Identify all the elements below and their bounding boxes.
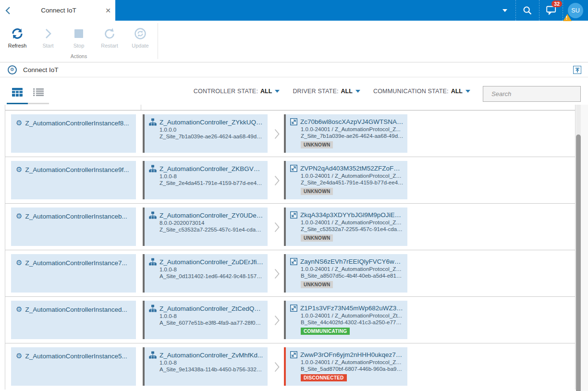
- scrollbar-thumb[interactable]: [576, 134, 581, 391]
- driver-version-protocol: 1.0.0-24001 / Z_AutomationProtocol_Zb...: [301, 359, 404, 365]
- chevron-right-icon: [274, 315, 280, 326]
- restart-button[interactable]: Restart: [94, 26, 125, 49]
- chevron-right-icon: [274, 222, 280, 232]
- driver-site: B_Site_44c402fd-4302-41c3-a250-e77ab7...: [301, 319, 404, 325]
- driver-site: B_Site_5ad870bf-6807-446b-960a-ba9f76...: [301, 366, 404, 372]
- driver-card[interactable]: ZaynNS6zEVh7rEEIQlyFVCY6wvgu... 1.0.0-24…: [284, 254, 407, 293]
- controller-card[interactable]: Z_AutomationController_ZYkkUQL... 1.0.0.…: [143, 114, 268, 153]
- exchange-icon: [290, 118, 297, 125]
- controller-name: Z_AutomationController_ZvMhfKd...: [159, 352, 263, 359]
- stop-button[interactable]: Stop: [63, 26, 94, 49]
- controller-card[interactable]: Z_AutomationController_ZvMhfKd... 1.0.0-…: [143, 347, 268, 386]
- instance-card[interactable]: ⚙ Z_AutomationControllerInstance5...: [11, 347, 136, 386]
- communication-state-badge: UNKNOWN: [301, 234, 333, 242]
- chevron-right-icon: [274, 269, 280, 279]
- refresh-button[interactable]: Refresh: [2, 26, 33, 49]
- update-icon: [125, 26, 156, 41]
- chevron-down-icon: [466, 90, 470, 93]
- tab-connect-iot[interactable]: Connect IoT ×: [0, 0, 115, 21]
- driver-version-protocol: 1.0.0-24001 / Z_AutomationProtocol_Zyl..…: [301, 220, 404, 225]
- expand-row-button[interactable]: [270, 297, 283, 343]
- table-row: ⚙ Z_AutomationControllerInstance7... Z_A…: [5, 250, 575, 297]
- search-input[interactable]: [491, 90, 576, 98]
- gear-icon: ⚙: [16, 166, 22, 173]
- controller-version: 1.0.0-8: [159, 313, 264, 319]
- sitemap-icon: [149, 258, 157, 266]
- exchange-icon: [290, 305, 297, 312]
- driver-card[interactable]: Zc70b6wl8oscXAzpVJ4GWTSNAB6uj 1.0.0-2400…: [284, 114, 407, 153]
- communication-state-badge: COMMUNICATING: [301, 328, 350, 335]
- expand-row-button[interactable]: [270, 110, 283, 157]
- vertical-scrollbar[interactable]: [576, 105, 581, 391]
- filter-bar: CONTROLLER STATE: ALL DRIVER STATE: ALL …: [0, 77, 588, 105]
- driver-site: Z_Site_7b1a039e-ae26-4624-aa68-49de0...: [301, 133, 404, 139]
- communication-state-badge: UNKNOWN: [301, 188, 333, 195]
- connect-iot-icon: ⚙: [8, 65, 17, 74]
- instance-card[interactable]: ⚙ Z_AutomationControllerInstanced...: [11, 301, 136, 339]
- driver-name: ZkqA334p3XDYYbJGl9M9pOJiENFYN: [300, 211, 404, 219]
- back-button[interactable]: [0, 0, 16, 21]
- controller-site: A_Site_0d131402-1ed6-4642-9c48-15784...: [159, 273, 264, 279]
- controller-card[interactable]: Z_AutomationController_ZY0UDe1... 8.0.0-…: [143, 208, 268, 246]
- instance-card[interactable]: ⚙ Z_AutomationControllerInstance7...: [11, 254, 136, 293]
- right-gutter: [581, 105, 588, 391]
- instance-card[interactable]: ⚙ Z_AutomationControllerInstance9f...: [11, 161, 136, 199]
- controller-card[interactable]: Z_AutomationController_ZtCedQO... 1.0.0-…: [143, 301, 268, 339]
- driver-name: Z1P1s3VFz73N45mWp682uWZ39...: [300, 305, 404, 312]
- grid-view-toggle[interactable]: [7, 88, 28, 104]
- gear-icon: ⚙: [16, 213, 22, 220]
- list-view-icon: [33, 88, 44, 97]
- controller-name: Z_AutomationController_ZuDErJfiE...: [159, 258, 264, 266]
- topbar-dropdown-button[interactable]: [494, 0, 516, 21]
- list-view-toggle[interactable]: [28, 88, 49, 104]
- controller-version: 1.0.0-8: [159, 173, 264, 179]
- table-row: ⚙ Z_AutomationControllerInstanced... Z_A…: [5, 297, 575, 343]
- driver-name: Zc70b6wl8oscXAzpVJ4GWTSNAB6uj: [300, 118, 404, 125]
- driver-card[interactable]: ZwwP3rOFn6yjm2nHHH0ukqez7YK0 1.0.0-24001…: [284, 347, 407, 386]
- controller-version: 1.0.0-8: [159, 267, 264, 272]
- communication-state-filter[interactable]: COMMUNICATION STATE: ALL: [373, 88, 470, 95]
- search-box: [483, 86, 581, 102]
- page-title: Connect IoT: [23, 66, 59, 73]
- controller-name: Z_AutomationController_ZKBGVVV...: [159, 165, 264, 172]
- instance-name: Z_AutomationControllerInstanced...: [25, 306, 127, 313]
- expand-row-button[interactable]: [270, 204, 283, 250]
- driver-card[interactable]: Z1P1s3VFz73N45mWp682uWZ39... 1.0.0-24001…: [284, 301, 407, 339]
- arrow-up-icon: [575, 67, 580, 73]
- topbar-search-button[interactable]: [516, 0, 539, 21]
- toolbar-group-label: Actions: [0, 53, 158, 59]
- controller-card[interactable]: Z_AutomationController_ZKBGVVV... 1.0.0-…: [143, 161, 268, 199]
- close-tab-icon[interactable]: ×: [101, 0, 115, 21]
- controller-card[interactable]: Z_AutomationController_ZuDErJfiE... 1.0.…: [143, 254, 268, 293]
- controller-version: 1.0.0.0: [159, 127, 264, 133]
- gear-icon: ⚙: [16, 353, 22, 360]
- start-icon: [33, 26, 63, 41]
- driver-state-filter[interactable]: DRIVER STATE: ALL: [293, 88, 360, 95]
- refresh-icon: [2, 26, 33, 41]
- exchange-icon: [290, 211, 297, 219]
- update-button[interactable]: Update: [125, 26, 156, 49]
- instance-card[interactable]: ⚙ Z_AutomationControllerInstancef8...: [11, 114, 136, 153]
- start-button[interactable]: Start: [33, 26, 63, 49]
- topbar-actions: 32 SU: [494, 0, 588, 21]
- collapse-panel-button[interactable]: [573, 66, 581, 74]
- expand-row-button[interactable]: [270, 250, 283, 297]
- instance-name: Z_AutomationControllerInstance9f...: [25, 166, 129, 173]
- filters: CONTROLLER STATE: ALL DRIVER STATE: ALL …: [194, 77, 470, 105]
- driver-card[interactable]: ZkqA334p3XDYYbJGl9M9pOJiENFYN 1.0.0-2400…: [284, 208, 407, 246]
- expand-row-button[interactable]: [270, 343, 283, 390]
- controller-site: A_Site_9e13438a-114b-4450-b756-33230...: [159, 367, 264, 372]
- driver-site: B_Site_a8507d5c-4b4f-40eb-a5d4-e81b1...: [301, 273, 404, 279]
- controller-site: A_Site_6077e51b-e3f8-4fa9-aa77-28f01fc..…: [159, 320, 264, 326]
- instance-card[interactable]: ⚙ Z_AutomationControllerInstanceb...: [11, 208, 136, 246]
- user-menu-button[interactable]: SU: [563, 0, 588, 21]
- search-icon: [523, 6, 532, 15]
- chevron-right-icon: [274, 129, 280, 139]
- controller-state-filter[interactable]: CONTROLLER STATE: ALL: [194, 88, 280, 95]
- expand-row-button[interactable]: [270, 157, 283, 204]
- notifications-button[interactable]: 32: [539, 0, 563, 21]
- controller-name: Z_AutomationController_ZY0UDe1...: [159, 212, 264, 219]
- sitemap-icon: [149, 165, 157, 172]
- driver-card[interactable]: ZVPN2qAd403M352tM52ZFZoFpPr... 1.0.0-240…: [284, 161, 407, 199]
- table-row: ⚙ Z_AutomationControllerInstance5... Z_A…: [5, 343, 575, 390]
